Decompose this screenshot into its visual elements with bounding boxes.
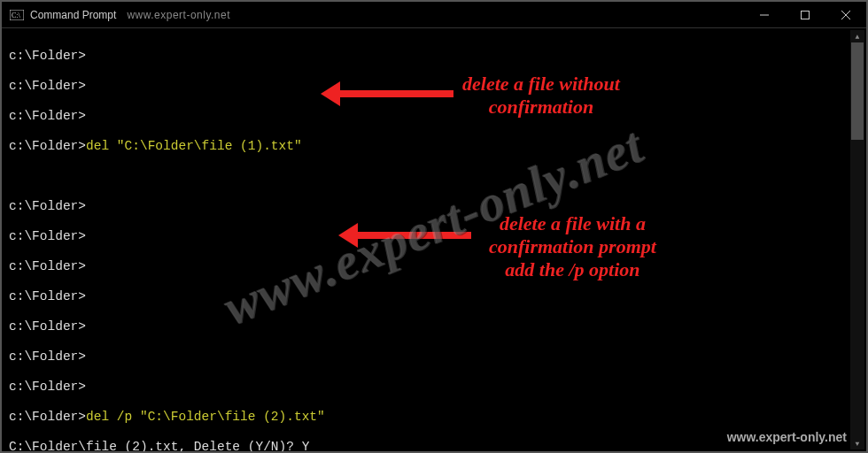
- titlebar: C:\ Command Prompt www.expert-only.net: [2, 2, 866, 28]
- svg-rect-3: [802, 11, 810, 19]
- vertical-scrollbar[interactable]: ▲ ▼: [850, 30, 864, 449]
- close-button[interactable]: [825, 2, 866, 27]
- maximize-button[interactable]: [785, 2, 825, 27]
- command-del-2: del /p "C:\Folder\file (2).txt": [86, 410, 325, 424]
- window-subtitle: www.expert-only.net: [127, 9, 230, 21]
- command-del-1: del "C:\Folder\file (1).txt": [86, 139, 302, 153]
- prompt-line: c:\Folder>: [9, 199, 86, 213]
- cmd-icon: C:\: [9, 9, 25, 21]
- prompt-line: c:\Folder>: [9, 289, 86, 303]
- annotation-text-1: delete a file without confirmation: [462, 73, 620, 119]
- prompt-line: c:\Folder>: [9, 109, 86, 123]
- scroll-down-icon[interactable]: ▼: [850, 437, 864, 449]
- annotation-arrow-2: [338, 225, 471, 246]
- prompt-line: c:\Folder>: [9, 139, 86, 153]
- svg-text:C:\: C:\: [12, 12, 21, 19]
- window-controls: [744, 2, 866, 27]
- window-title: Command Prompt: [30, 9, 116, 21]
- scrollbar-thumb[interactable]: [851, 42, 864, 140]
- footer-watermark: www.expert-only.net: [727, 430, 847, 444]
- confirm-prompt: \file (2).txt, Delete (Y/N)? Y: [78, 440, 309, 453]
- prompt-line: c:\Folder>: [9, 49, 86, 63]
- prompt-line: c:\Folder>: [9, 380, 86, 394]
- confirm-prefix: C:\Folder: [9, 440, 78, 453]
- annotation-arrow-1: [321, 83, 453, 104]
- prompt-line: c:\Folder>: [9, 79, 86, 93]
- minimize-button[interactable]: [744, 2, 785, 27]
- scroll-up-icon[interactable]: ▲: [850, 30, 864, 42]
- prompt-line: c:\Folder>: [9, 229, 86, 243]
- prompt-line: c:\Folder>: [9, 319, 86, 334]
- prompt-line: c:\Folder>: [9, 410, 86, 424]
- annotation-text-2: delete a file with a confirmation prompt…: [489, 212, 656, 281]
- prompt-line: c:\Folder>: [9, 259, 86, 273]
- prompt-line: c:\Folder>: [9, 349, 86, 364]
